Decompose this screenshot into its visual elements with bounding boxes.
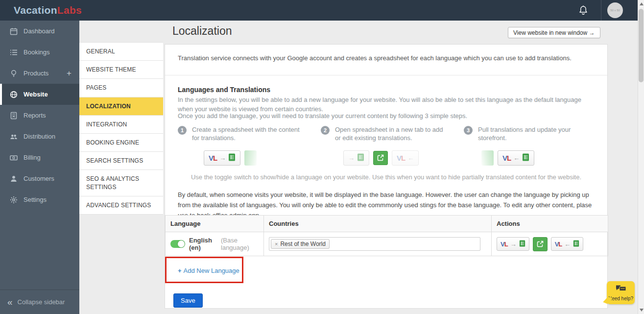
- tab-localization[interactable]: LOCALIZATION: [79, 97, 163, 116]
- open-spreadsheet-button[interactable]: [533, 237, 548, 251]
- intro-text: Translation service connects with your G…: [178, 54, 595, 62]
- remove-tag-icon[interactable]: ×: [275, 241, 278, 247]
- collapse-sidebar-button[interactable]: « Collapse sidebar: [0, 290, 79, 314]
- tab-general[interactable]: GENERAL: [79, 43, 163, 61]
- person-icon: [9, 175, 18, 183]
- step-text: Create a spreadsheet with the content fo…: [192, 126, 306, 143]
- sidebar-item-label: Website: [24, 91, 48, 98]
- page-title: Localization: [172, 24, 232, 38]
- arrow-right-icon: →: [348, 154, 355, 162]
- base-language-label: (Base language): [221, 237, 259, 251]
- logo-part-labs: Labs: [57, 4, 82, 16]
- section-description-2: Once you add the language, you will need…: [178, 112, 467, 120]
- sidebar-item-distribution[interactable]: Distribution: [0, 126, 79, 147]
- language-name: English (en): [189, 237, 218, 251]
- tab-seo-analytics-settings[interactable]: SEO & ANALYTICS SETTINGS: [79, 170, 163, 196]
- vl-logo-icon: VL: [502, 154, 511, 162]
- add-new-language-link[interactable]: +Add New Language: [178, 267, 239, 274]
- calendar-icon: [9, 27, 18, 35]
- topbar: VacationLabs 50 x 50: [0, 0, 644, 21]
- sidebar-item-settings[interactable]: Settings: [0, 189, 79, 210]
- sidebar-item-label: Dashboard: [24, 27, 55, 35]
- settings-nav: GENERAL WEBSITE THEME PAGES LOCALIZATION…: [79, 42, 163, 215]
- create-spreadsheet-button[interactable]: VL →: [497, 237, 529, 251]
- column-header-language: Language: [166, 216, 264, 232]
- column-header-countries: Countries: [264, 216, 492, 232]
- sidebar-item-label: Bookings: [24, 48, 49, 56]
- arrow-left-icon: ←: [407, 154, 414, 162]
- globe-icon: [9, 91, 18, 98]
- list-icon: [9, 48, 18, 56]
- sidebar-item-bookings[interactable]: Bookings: [0, 42, 79, 63]
- column-header-actions: Actions: [492, 216, 608, 232]
- table-row: English (en) (Base language) × Rest of t…: [166, 232, 608, 256]
- gear-icon: [9, 196, 18, 204]
- collapse-sidebar-label: Collapse sidebar: [18, 298, 65, 306]
- save-button[interactable]: Save: [173, 293, 203, 308]
- step-number-badge: 3: [464, 126, 473, 135]
- sidebar-item-billing[interactable]: Billing: [0, 147, 79, 168]
- lightbulb-icon: [9, 70, 18, 77]
- external-link-icon: [377, 154, 384, 161]
- scroll-down-arrow-icon[interactable]: [640, 309, 644, 312]
- step-3: 3 Pull translations and update your stor…: [464, 126, 607, 166]
- notifications-bell-icon[interactable]: [578, 5, 588, 16]
- section-title: Languages and Translations: [178, 86, 270, 94]
- external-link-icon: [537, 241, 544, 247]
- sidebar-item-label: Billing: [24, 154, 41, 161]
- step-number-badge: 1: [178, 126, 187, 135]
- sidebar-item-products[interactable]: Products +: [0, 63, 79, 84]
- sidebar-item-label: Customers: [24, 175, 54, 182]
- sidebar-item-customers[interactable]: Customers: [0, 168, 79, 189]
- faded-push-illustration: →: [343, 150, 369, 166]
- countries-input[interactable]: × Rest of the World: [269, 237, 480, 251]
- sidebar-item-reports[interactable]: Reports: [0, 105, 79, 126]
- tab-integration[interactable]: INTEGRATION: [79, 116, 163, 134]
- open-in-new-tab-illustration: [373, 151, 388, 165]
- tab-website-theme[interactable]: WEBSITE THEME: [79, 61, 163, 79]
- chat-bubbles-icon: [615, 285, 627, 295]
- sidebar-item-website[interactable]: Website: [0, 84, 79, 105]
- vl-logo-icon: VL: [397, 154, 405, 162]
- toggle-hint-text: Use the toggle switch to show/hide a lan…: [165, 173, 607, 181]
- languages-table: Language Countries Actions English (en) …: [165, 215, 608, 256]
- view-website-button[interactable]: View website in new window →: [508, 27, 600, 38]
- topbar-divider: [601, 0, 601, 21]
- tab-booking-engine[interactable]: BOOKING ENGINE: [79, 134, 163, 152]
- topbar-right-cluster: 50 x 50: [578, 0, 623, 21]
- scrollbar-thumb[interactable]: [639, 9, 644, 82]
- sidebar-item-label: Products: [24, 70, 48, 77]
- spreadsheet-icon: [228, 153, 236, 163]
- collapse-chevrons-icon: «: [7, 297, 13, 308]
- faded-open-spreadsheet-illustration: [244, 150, 257, 166]
- translation-steps: 1 Create a spreadsheet with the content …: [178, 126, 607, 166]
- user-avatar[interactable]: 50 x 50: [607, 2, 623, 18]
- need-help-widget[interactable]: Need help?: [607, 281, 635, 304]
- logo-part-vacation: Vacation: [14, 4, 57, 16]
- arrow-left-icon: ←: [513, 154, 520, 162]
- pull-translations-button[interactable]: VL ←: [551, 237, 584, 251]
- app-logo[interactable]: VacationLabs: [14, 4, 82, 16]
- country-tag: × Rest of the World: [271, 239, 330, 249]
- plus-icon: +: [178, 267, 182, 274]
- users-icon: [9, 133, 18, 141]
- tab-search-settings[interactable]: SEARCH SETTINGS: [79, 152, 163, 170]
- spreadsheet-icon: [522, 153, 529, 163]
- language-visibility-toggle[interactable]: [170, 240, 185, 248]
- step-number-badge: 2: [321, 126, 330, 135]
- tab-pages[interactable]: PAGES: [79, 79, 163, 97]
- step-text: Pull translations and update your storef…: [478, 126, 592, 143]
- arrow-right-icon: →: [510, 241, 517, 248]
- avatar-placeholder-text: 50 x 50: [610, 9, 620, 12]
- spreadsheet-icon: [519, 240, 525, 248]
- add-product-plus-icon[interactable]: +: [67, 69, 72, 78]
- tab-advanced-settings[interactable]: ADVANCED SETTINGS: [79, 196, 163, 215]
- spreadsheet-icon: [357, 153, 364, 163]
- sidebar: Dashboard Bookings Products + Website Re…: [0, 21, 79, 314]
- faded-pull-illustration: VL ←: [392, 150, 419, 166]
- need-help-label: Need help?: [608, 296, 633, 301]
- sidebar-item-dashboard[interactable]: Dashboard: [0, 21, 79, 42]
- scroll-up-arrow-icon[interactable]: [640, 2, 644, 5]
- vertical-scrollbar[interactable]: [638, 0, 644, 314]
- section-description-1: In the settings below, you will be able …: [178, 96, 598, 114]
